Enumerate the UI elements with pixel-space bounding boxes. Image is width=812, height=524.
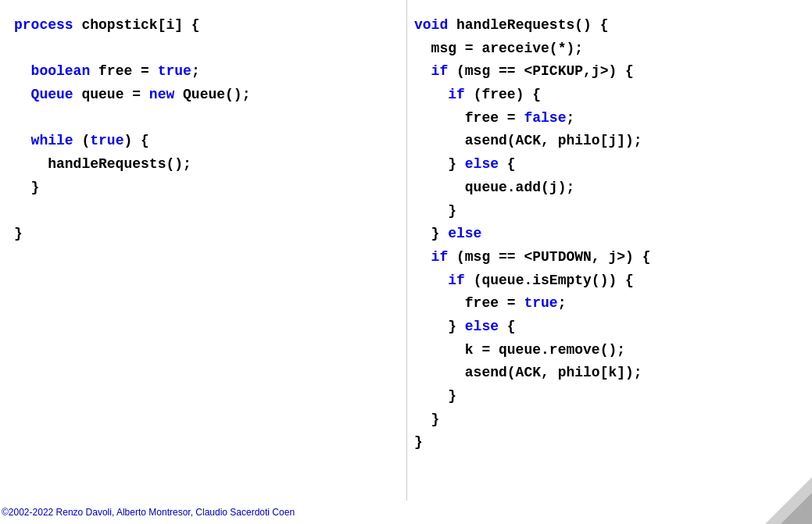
code-line: asend(ACK, philo[j]); bbox=[414, 130, 812, 153]
code-text: ; bbox=[191, 63, 200, 79]
keyword: boolean bbox=[31, 63, 91, 79]
footer: ©2002-2022 Renzo Davoli, Alberto Montres… bbox=[0, 501, 812, 524]
code-text: { bbox=[499, 319, 516, 334]
code-text: { bbox=[499, 156, 516, 172]
code-text bbox=[14, 133, 31, 148]
code-text: } bbox=[414, 434, 423, 450]
code-text bbox=[14, 63, 31, 79]
code-line bbox=[14, 107, 406, 130]
keyword: else bbox=[465, 319, 499, 334]
code-text: (msg == <PICKUP,j>) { bbox=[448, 63, 634, 79]
code-text: asend(ACK, philo[k]); bbox=[414, 365, 642, 380]
code-line: } bbox=[14, 223, 406, 246]
code-text: ( bbox=[73, 133, 91, 148]
code-text: asend(ACK, philo[j]); bbox=[414, 133, 642, 148]
footer-text: ©2002-2022 Renzo Davoli, Alberto Montres… bbox=[2, 507, 295, 518]
keyword: else bbox=[448, 226, 481, 241]
code-text: } bbox=[414, 226, 448, 241]
code-text: queue.add(j); bbox=[414, 180, 574, 195]
keyword: true bbox=[158, 63, 191, 79]
code-line: } else { bbox=[414, 315, 812, 339]
code-text: } bbox=[414, 156, 465, 172]
code-text: queue = bbox=[73, 87, 149, 102]
code-text: chopstick[i] { bbox=[81, 17, 199, 33]
code-line: msg = areceive(*); bbox=[414, 37, 812, 61]
keyword: process bbox=[14, 17, 81, 33]
code-line: free = true; bbox=[414, 292, 812, 315]
code-text: } bbox=[414, 203, 456, 219]
code-text: Queue(); bbox=[174, 87, 250, 102]
keyword: if bbox=[431, 63, 449, 79]
code-text: k = queue.remove(); bbox=[414, 342, 625, 358]
code-line: } bbox=[414, 385, 812, 408]
code-line: } bbox=[414, 431, 812, 454]
code-text: free = bbox=[414, 110, 524, 126]
code-text: ; bbox=[558, 295, 567, 311]
code-line: asend(ACK, philo[k]); bbox=[414, 362, 812, 385]
code-line: if (free) { bbox=[414, 84, 812, 107]
code-line: process chopstick[i] { bbox=[14, 14, 406, 37]
code-line: free = false; bbox=[414, 107, 812, 130]
code-line: } bbox=[414, 408, 812, 432]
code-text bbox=[414, 63, 431, 79]
code-text bbox=[414, 249, 431, 265]
code-line: boolean free = true; bbox=[14, 60, 406, 84]
code-text: handleRequests(); bbox=[14, 156, 191, 172]
keyword: true bbox=[90, 133, 123, 148]
code-text: } bbox=[414, 412, 439, 427]
code-text: (queue.isEmpty()) { bbox=[465, 273, 634, 288]
code-text: ; bbox=[566, 110, 574, 126]
code-line bbox=[14, 200, 406, 223]
keyword: if bbox=[431, 249, 449, 265]
keyword: if bbox=[448, 273, 465, 288]
code-text: (msg == <PUTDOWN, j>) { bbox=[448, 249, 650, 265]
code-line bbox=[14, 37, 406, 61]
column-divider bbox=[406, 0, 407, 501]
keyword: void bbox=[414, 17, 448, 33]
code-text: handleRequests() { bbox=[448, 17, 608, 33]
keyword: if bbox=[448, 87, 465, 102]
code-text: } bbox=[14, 180, 39, 195]
code-line: Queue queue = new Queue(); bbox=[14, 84, 406, 107]
keyword: else bbox=[465, 156, 499, 172]
code-text: free = bbox=[414, 295, 524, 311]
right-column: void handleRequests() { msg = areceive(*… bbox=[406, 14, 812, 500]
code-text: (free) { bbox=[465, 87, 541, 102]
code-text: } bbox=[14, 226, 23, 241]
code-line: queue.add(j); bbox=[414, 176, 812, 200]
keyword: false bbox=[524, 110, 566, 126]
code-line: } else { bbox=[414, 153, 812, 176]
keyword: Queue bbox=[31, 87, 73, 102]
code-line: k = queue.remove(); bbox=[414, 339, 812, 362]
code-line: if (msg == <PICKUP,j>) { bbox=[414, 60, 812, 84]
code-line: if (queue.isEmpty()) { bbox=[414, 269, 812, 293]
left-column: process chopstick[i] { boolean free = tr… bbox=[0, 14, 406, 500]
code-line: while (true) { bbox=[14, 130, 406, 153]
keyword: while bbox=[31, 133, 73, 148]
code-text bbox=[414, 273, 448, 288]
code-line: } else bbox=[414, 223, 812, 246]
code-line: } bbox=[414, 200, 812, 223]
code-text: } bbox=[414, 319, 465, 334]
code-line: handleRequests(); bbox=[14, 153, 406, 176]
code-line: } bbox=[14, 176, 406, 200]
keyword: new bbox=[149, 87, 174, 102]
code-text bbox=[414, 87, 448, 102]
code-line: if (msg == <PUTDOWN, j>) { bbox=[414, 246, 812, 269]
code-text: } bbox=[414, 388, 456, 404]
corner-decoration bbox=[765, 477, 812, 524]
code-text: ) { bbox=[123, 133, 148, 148]
code-text: msg = areceive(*); bbox=[414, 41, 583, 56]
code-line: void handleRequests() { bbox=[414, 14, 812, 37]
code-text: free = bbox=[90, 63, 157, 79]
code-text bbox=[14, 87, 31, 102]
keyword: true bbox=[524, 295, 557, 311]
